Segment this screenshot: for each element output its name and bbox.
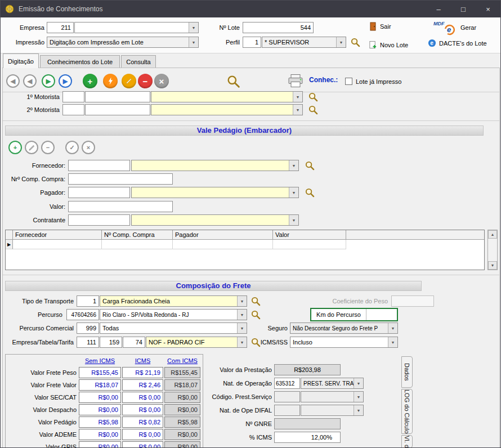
codigo-prest-servico-combo[interactable] [301, 391, 364, 402]
ett-tarifa-field[interactable]: 74 [123, 337, 145, 348]
grid-cell[interactable] [173, 240, 273, 249]
nat-operacao-code-field[interactable]: 635312 [274, 378, 300, 389]
fornecedor-code-field[interactable] [68, 160, 130, 171]
impressao-combo[interactable]: Digitação com Impressão em Lote [47, 37, 199, 48]
tab-conhecimentos-do-lote[interactable]: Conhecimentos do Lote [40, 55, 120, 68]
percurso-combo[interactable]: Rio Claro - SP/Volta Redonda - RJ [100, 309, 247, 320]
edit-record-button[interactable] [122, 74, 136, 88]
motorista2-doc-field[interactable] [85, 104, 150, 115]
novo-lote-button[interactable]: Novo Lote [366, 39, 410, 51]
vale-add-button[interactable]: + [8, 141, 22, 154]
km-percurso-group[interactable]: Km do Percurso [310, 308, 398, 321]
add-record-button[interactable]: + [83, 74, 97, 88]
grid-scrollbar[interactable]: ▲ ▼ [487, 230, 498, 270]
fornecedor-search-button[interactable] [303, 160, 317, 172]
nat-operacao-combo[interactable]: PREST. SERV. TRANS [301, 378, 364, 389]
dacte-button[interactable]: e DACTE's do Lote [426, 38, 489, 48]
km-percurso-field[interactable] [366, 309, 397, 320]
scroll-up-icon[interactable]: ▲ [488, 230, 497, 239]
seguro-combo[interactable]: Não Descontar Seguro do Frete P [290, 322, 398, 334]
vale-confirm-button[interactable]: ✓ [65, 141, 79, 154]
ett-empresa-field[interactable]: 111 [77, 337, 99, 348]
motorista2-code-field[interactable] [62, 104, 84, 115]
nat-ope-difal-field[interactable] [274, 405, 300, 416]
tipo-transporte-code-field[interactable]: 1 [77, 295, 99, 307]
grid-cell[interactable] [13, 240, 102, 249]
empresa-code-field[interactable]: 211 [47, 22, 74, 33]
minimize-button[interactable]: – [426, 1, 451, 17]
nav-last-button[interactable]: ▶ [59, 74, 72, 88]
side-tab-vl[interactable]: Vl. d [401, 435, 413, 448]
app-window: Emissão de Conhecimentos – □ × Empresa 2… [0, 0, 501, 448]
divider [3, 275, 499, 275]
motorista2-search-button[interactable] [306, 104, 320, 116]
grid-header-pagador[interactable]: Pagador [173, 230, 273, 240]
pagador-combo[interactable] [131, 187, 299, 198]
pct-icms-field[interactable]: 12,00% [274, 432, 341, 443]
sair-button[interactable]: Sair [366, 21, 393, 32]
percurso-comercial-combo[interactable]: Todas [100, 322, 247, 334]
maximize-button[interactable]: □ [451, 1, 476, 17]
chevron-down-icon [293, 92, 302, 102]
nav-prior-button[interactable]: ◀ [23, 74, 37, 88]
motorista1-combo[interactable] [151, 91, 303, 102]
side-tab-dados[interactable]: Dados [401, 356, 413, 388]
vale-cancel-button[interactable]: × [82, 141, 95, 154]
contratante-code-field[interactable] [68, 214, 130, 226]
close-button[interactable]: × [476, 1, 500, 17]
pagador-search-button[interactable] [303, 187, 317, 199]
delete-record-button[interactable]: − [138, 74, 153, 88]
row-label: Valor Frete Valor [6, 379, 77, 391]
gerar-mdfe-button[interactable]: MDFe Gerar [431, 19, 478, 37]
comp-compra-field[interactable] [68, 173, 173, 185]
motorista2-combo[interactable] [151, 104, 303, 115]
value-cell: R$18,07 [79, 379, 121, 391]
vale-pedagio-grid[interactable]: Fornecedor Nº Comp. Compra Pagador Valor… [5, 230, 485, 270]
motorista1-code-field[interactable] [62, 91, 84, 102]
percurso-code-field[interactable]: 47604266 [66, 309, 99, 320]
ett-tabela-field[interactable]: 159 [100, 337, 122, 348]
vale-edit-button[interactable] [25, 141, 38, 154]
toolbar-search-button[interactable] [225, 74, 243, 89]
impressao-label: Impressão [5, 37, 44, 48]
grid-header-comp-compra[interactable]: Nº Comp. Compra [102, 230, 173, 240]
tab-consulta[interactable]: Consulta [121, 55, 156, 68]
nav-first-button[interactable]: ◀ [6, 74, 20, 88]
perfil-search-button[interactable] [348, 37, 363, 48]
percurso-search-button[interactable] [249, 309, 263, 321]
gnre-field[interactable] [274, 418, 341, 429]
motorista1-search-button[interactable] [306, 91, 320, 103]
grid-cell[interactable] [273, 240, 346, 249]
codigo-prest-servico-field[interactable] [274, 391, 300, 402]
grid-header-fornecedor[interactable]: Fornecedor [13, 230, 102, 240]
scroll-down-icon[interactable]: ▼ [488, 261, 497, 270]
pagador-code-field[interactable] [68, 187, 130, 198]
tipo-transporte-combo[interactable]: Carga Fracionada Cheia [100, 295, 247, 307]
tab-digitacao[interactable]: Digitação [3, 53, 39, 68]
contratante-combo[interactable] [131, 214, 299, 226]
perfil-number-field[interactable]: 1 [243, 37, 261, 48]
grid-header-valor[interactable]: Valor [273, 230, 346, 240]
nav-next-button[interactable]: ▶ [42, 74, 55, 88]
valor-field[interactable] [68, 201, 173, 212]
nlote-field[interactable]: 544 [243, 22, 314, 33]
fornecedor-combo[interactable] [131, 160, 299, 171]
motorista1-doc-field[interactable] [85, 91, 150, 102]
valor-prestacao-label: Valor da Prestação [187, 364, 272, 375]
tarifa-combo[interactable]: NOF - PADRAO CIF [146, 337, 247, 348]
side-tab-log-do-calculo[interactable]: LOG do Cálculo [401, 389, 413, 434]
grid-cell[interactable] [102, 240, 173, 249]
cancel-button[interactable]: × [154, 74, 169, 88]
empresa-combo[interactable] [74, 22, 199, 33]
perfil-combo[interactable]: * SUPERVISOR [262, 37, 346, 48]
chevron-down-icon [289, 215, 298, 225]
quick-action-button[interactable] [103, 74, 118, 88]
percurso-comercial-code-field[interactable]: 999 [77, 322, 99, 334]
nat-ope-difal-combo[interactable] [301, 405, 364, 416]
print-button[interactable] [285, 73, 306, 90]
tipo-transporte-search-button[interactable] [249, 295, 263, 307]
vale-remove-button[interactable]: − [41, 141, 55, 154]
lote-ja-impresso-checkbox[interactable] [345, 78, 352, 85]
row-label: Valor Despacho [6, 404, 77, 415]
icms-iss-combo[interactable]: Incluso [290, 337, 398, 348]
